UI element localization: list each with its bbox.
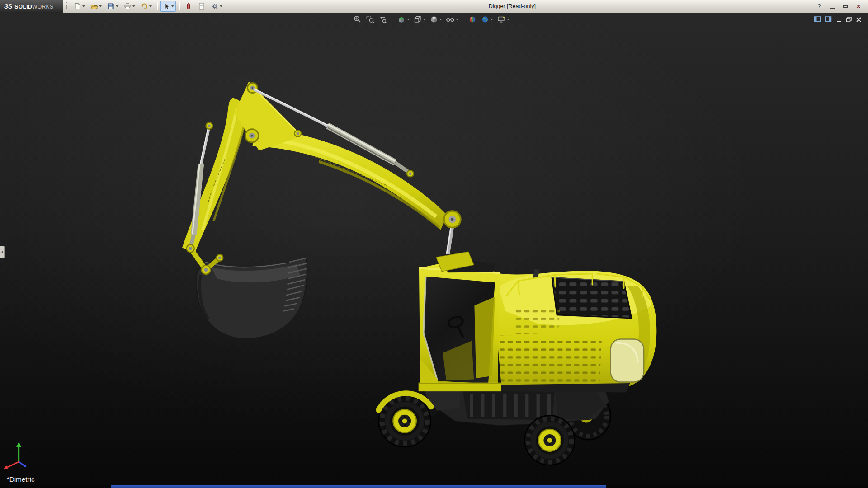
dropdown-caret-icon (116, 5, 118, 7)
dropdown-caret-icon (491, 19, 493, 20)
display-pane-right-icon (825, 16, 832, 23)
undo-icon (140, 2, 148, 10)
doc-minimize-icon (835, 16, 842, 23)
view-settings-icon (497, 15, 506, 24)
graphics-area[interactable]: *Dimetric (0, 13, 868, 485)
windows-taskbar-strip[interactable] (0, 485, 868, 488)
options-button[interactable] (209, 1, 224, 12)
previous-view-icon (378, 15, 387, 24)
orientation-label: *Dimetric (7, 475, 35, 483)
zoom-to-area-button[interactable] (366, 15, 375, 24)
window-title: Digger [Read-only] (489, 3, 536, 9)
hide-show-items-button[interactable] (446, 15, 458, 24)
titlebar: ЗS SOLIDWORKS (0, 0, 868, 13)
brand-solid-text: SOLID (14, 4, 32, 10)
file-properties-button[interactable] (196, 1, 208, 12)
doc-minimize-button[interactable] (835, 16, 842, 23)
select-cursor-icon (162, 2, 170, 10)
doc-restore-icon (845, 16, 852, 23)
help-button[interactable]: ? (814, 2, 825, 11)
save-button[interactable] (105, 1, 120, 12)
operator-cab[interactable] (419, 258, 501, 391)
chevron-left-icon (1, 251, 3, 253)
view-orientation-button[interactable] (413, 15, 426, 24)
dropdown-caret-icon (82, 5, 85, 7)
rear-left-wheel[interactable] (525, 416, 575, 465)
hide-show-items-icon (446, 15, 455, 24)
taskbar-highlight (111, 485, 606, 488)
minimize-button[interactable] (827, 2, 838, 11)
window-controls: ? × (814, 2, 868, 11)
dropdown-caret-icon (149, 5, 152, 7)
dropdown-caret-icon (439, 19, 442, 20)
apply-scene-icon (481, 15, 490, 24)
open-icon (90, 2, 98, 10)
toolbar-separator (392, 16, 392, 23)
toolbar-separator (463, 16, 463, 23)
rebuild-button[interactable] (183, 1, 194, 12)
dropdown-caret-icon (423, 19, 426, 20)
view-settings-button[interactable] (497, 15, 509, 24)
doc-close-button[interactable] (855, 16, 862, 23)
dropdown-caret-icon (99, 5, 102, 7)
doc-restore-button[interactable] (845, 16, 852, 23)
edit-appearance-button[interactable] (468, 15, 477, 24)
document-window-controls (814, 16, 862, 23)
zoom-to-fit-icon (353, 15, 362, 24)
dropdown-caret-icon (456, 19, 458, 20)
display-pane-right-button[interactable] (825, 16, 832, 23)
dropdown-caret-icon (220, 5, 222, 7)
close-icon: × (857, 3, 860, 10)
display-style-button[interactable] (429, 15, 442, 24)
toolbar-separator (179, 2, 179, 10)
rebuild-icon (184, 2, 193, 10)
section-view-icon (397, 15, 406, 24)
3ds-logo-icon: ЗS (4, 3, 12, 10)
zoom-to-fit-button[interactable] (353, 15, 362, 24)
print-button[interactable] (122, 1, 137, 12)
view-orientation-icon (413, 15, 422, 24)
open-button[interactable] (88, 1, 104, 12)
solidworks-logo: ЗS SOLIDWORKS (0, 0, 63, 13)
dropdown-caret-icon (507, 19, 509, 20)
section-view-button[interactable] (397, 15, 410, 24)
feature-pane-collapse-tab[interactable] (0, 246, 5, 258)
save-icon (107, 2, 115, 10)
solidworks-window: ЗS SOLIDWORKS (0, 0, 868, 488)
display-style-icon (429, 15, 439, 24)
new-document-icon (73, 2, 81, 10)
dropdown-caret-icon (407, 19, 410, 20)
apply-scene-button[interactable] (481, 15, 493, 24)
help-icon: ? (818, 3, 821, 9)
doc-close-icon (855, 16, 862, 23)
maximize-button[interactable] (840, 2, 851, 11)
options-gear-icon (211, 2, 219, 10)
display-pane-left-button[interactable] (814, 16, 821, 23)
close-button[interactable]: × (853, 2, 864, 11)
heads-up-view-toolbar (353, 15, 509, 24)
new-document-button[interactable] (71, 1, 87, 12)
brand-works-text: WORKS (32, 4, 53, 10)
toolbar-grip (66, 2, 68, 10)
select-tool-button[interactable] (160, 1, 176, 12)
dropdown-caret-icon (132, 5, 135, 7)
display-pane-left-icon (814, 16, 821, 23)
model-viewport[interactable]: *Dimetric (0, 13, 868, 485)
maximize-icon (843, 5, 848, 8)
edit-appearance-icon (468, 15, 477, 24)
quick-access-toolbar (71, 1, 224, 12)
dropdown-caret-icon (171, 5, 174, 7)
print-icon (123, 2, 132, 10)
undo-button[interactable] (138, 1, 154, 12)
file-properties-icon (198, 2, 206, 10)
engine-housing[interactable] (496, 269, 656, 393)
toolbar-separator (157, 2, 157, 10)
minimize-icon (830, 8, 835, 9)
previous-view-button[interactable] (378, 15, 387, 24)
zoom-to-area-icon (366, 15, 375, 24)
